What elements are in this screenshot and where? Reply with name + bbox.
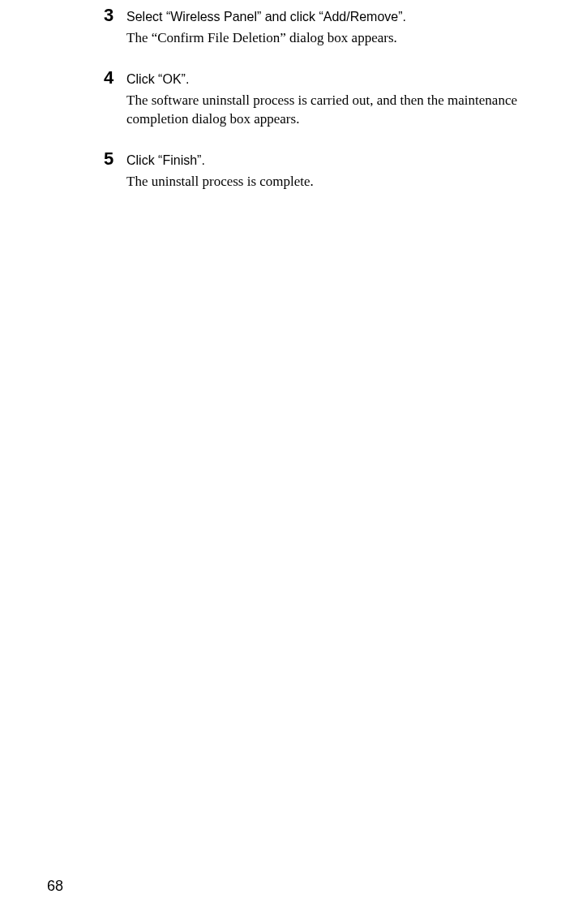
step-title: Click “OK”. xyxy=(126,71,189,87)
step-number: 3 xyxy=(104,6,126,24)
step-head: 3 Select “Wireless Panel” and click “Add… xyxy=(104,6,570,24)
step-title: Click “Finish”. xyxy=(126,153,205,168)
step-body: The “Confirm File Deletion” dialog box a… xyxy=(126,29,570,48)
step-body: The uninstall process is complete. xyxy=(126,173,570,191)
step-number: 4 xyxy=(104,69,126,87)
step-5: 5 Click “Finish”. The uninstall process … xyxy=(104,150,570,191)
step-3: 3 Select “Wireless Panel” and click “Add… xyxy=(104,6,570,48)
step-head: 4 Click “OK”. xyxy=(104,69,570,87)
page-content: 3 Select “Wireless Panel” and click “Add… xyxy=(0,0,578,191)
step-title: Select “Wireless Panel” and click “Add/R… xyxy=(126,9,406,24)
step-body: The software uninstall process is carrie… xyxy=(126,92,570,129)
step-number: 5 xyxy=(104,150,126,168)
step-4: 4 Click “OK”. The software uninstall pro… xyxy=(104,69,570,129)
page-number: 68 xyxy=(47,878,63,895)
step-head: 5 Click “Finish”. xyxy=(104,150,570,168)
